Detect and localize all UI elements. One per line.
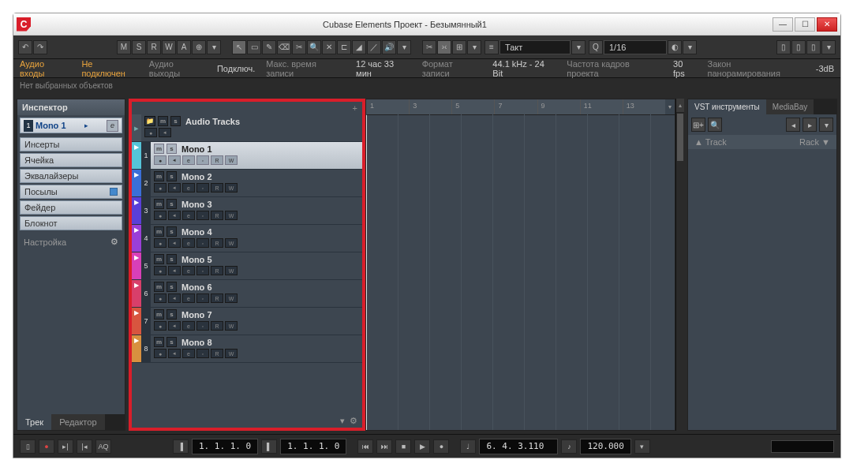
metronome-button[interactable]: ♩ — [460, 439, 476, 454]
folder-solo-button[interactable]: s — [170, 116, 181, 126]
monitor-button[interactable]: ◂ — [168, 211, 181, 220]
trans-cycle-button[interactable]: ▸| — [58, 439, 73, 454]
mute-tool[interactable]: ✕ — [322, 40, 336, 54]
record-button[interactable]: ● — [433, 439, 449, 454]
vst-next-button[interactable]: ▸ — [803, 118, 817, 132]
pan-value[interactable]: -3dB — [816, 64, 834, 73]
mute-button[interactable]: m — [154, 254, 164, 264]
minimize-button[interactable]: — — [773, 17, 793, 32]
undo-button[interactable]: ↶ — [18, 40, 32, 54]
mute-button[interactable]: m — [154, 337, 164, 347]
read-auto-button[interactable]: R — [211, 349, 223, 358]
monitor-button[interactable]: ◂ — [168, 238, 181, 248]
vertical-scrollbar[interactable]: ▴ — [675, 99, 684, 431]
read-auto-button[interactable]: R — [147, 40, 161, 54]
tab-editor[interactable]: Редактор — [51, 414, 104, 430]
inspector-section-0[interactable]: Инсерты — [20, 137, 122, 151]
split-tool[interactable]: ✂ — [292, 40, 306, 54]
record-enable-button[interactable]: ● — [154, 321, 166, 331]
freeze-button[interactable]: ◦ — [196, 183, 209, 193]
folder-collapse-icon[interactable]: 📁 — [144, 116, 155, 126]
recfmt-value[interactable]: 44.1 kHz - 24 Bit — [492, 59, 556, 78]
audio-in-value[interactable]: Не подключен — [81, 59, 137, 78]
timestretch-tool[interactable]: ◢ — [352, 40, 366, 54]
titlebar[interactable]: C Cubase Elements Проект - Безымянный1 —… — [13, 13, 840, 36]
freeze-button[interactable]: ◦ — [196, 238, 209, 248]
freeze-button[interactable]: ◦ — [196, 349, 209, 358]
write-auto-button[interactable]: W — [225, 183, 238, 193]
tempo-display[interactable]: 120.000 — [580, 439, 630, 454]
layout-1-button[interactable]: ▯ — [776, 40, 791, 54]
read-auto-button[interactable]: R — [211, 321, 223, 331]
read-auto-button[interactable]: R — [211, 293, 223, 303]
freeze-button[interactable]: ◦ — [196, 321, 209, 331]
inspector-settings[interactable]: Настройка ⚙ — [17, 232, 125, 252]
inspector-section-1[interactable]: Ячейка — [20, 153, 122, 167]
grid-value-dropdown[interactable]: ▾ — [571, 40, 586, 54]
arrange-area[interactable]: 135791113 ▾ — [365, 99, 675, 431]
grid-dropdown[interactable]: ▾ — [467, 40, 481, 54]
track-row[interactable]: ▶3msMono 3●◂e◦RW — [132, 197, 362, 225]
mute-button[interactable]: m — [154, 144, 164, 154]
layout-3-button[interactable]: ▯ — [806, 40, 821, 54]
track-row[interactable]: ▶8msMono 8●◂e◦RW — [132, 335, 362, 363]
edit-channel-button[interactable]: e — [182, 349, 195, 358]
fast-forward-button[interactable]: ⏭ — [376, 439, 392, 454]
solo-button[interactable]: s — [166, 144, 177, 154]
snap-scissors-button[interactable]: ✂ — [422, 40, 436, 54]
edit-channel-button[interactable]: e — [182, 211, 195, 220]
edit-channel-button[interactable]: e — [182, 293, 195, 303]
cursor-position-display[interactable]: 6. 4. 3.110 — [479, 439, 558, 454]
close-button[interactable]: ✕ — [817, 17, 837, 32]
freeze-button[interactable]: ◦ — [196, 293, 209, 303]
vst-add-button[interactable]: ⊞+ — [691, 118, 705, 132]
monitor-button[interactable]: ◂ — [168, 349, 181, 358]
trans-aq-button[interactable]: AQ — [95, 439, 111, 454]
freeze-button[interactable]: ◦ — [196, 211, 209, 220]
quantize-dropdown[interactable]: ▾ — [683, 40, 697, 54]
read-auto-button[interactable]: R — [211, 155, 223, 165]
stop-button[interactable]: ■ — [395, 439, 411, 454]
play-cursor[interactable] — [366, 115, 367, 430]
inspector-section-5[interactable]: Блокнот — [20, 216, 122, 230]
write-auto-button[interactable]: W — [225, 211, 238, 220]
read-auto-button[interactable]: R — [211, 211, 223, 220]
inspector-track-header[interactable]: 1 Mono 1 ▸ e — [20, 118, 122, 133]
record-enable-button[interactable]: ● — [154, 266, 166, 275]
read-auto-button[interactable]: R — [211, 266, 223, 275]
record-enable-button[interactable]: ● — [154, 183, 166, 193]
right-locator-icon[interactable]: ▌ — [261, 439, 277, 454]
solo-button[interactable]: s — [166, 254, 177, 264]
scroll-up-button[interactable]: ▴ — [676, 99, 684, 113]
play-button[interactable]: ▶ — [414, 439, 430, 454]
dropdown-button[interactable]: ▾ — [207, 40, 221, 54]
edit-channel-button[interactable]: e — [182, 238, 195, 248]
inspector-section-2[interactable]: Эквалайзеры — [20, 169, 122, 183]
layout-2-button[interactable]: ▯ — [791, 40, 806, 54]
write-auto-button[interactable]: W — [225, 321, 238, 331]
right-locator-display[interactable]: 1. 1. 1. 0 — [280, 439, 346, 454]
mute-button[interactable]: m — [154, 282, 164, 292]
folder-ctrl-2[interactable]: ◂ — [159, 128, 171, 137]
vst-header-rack[interactable]: Rack ▼ — [799, 137, 830, 147]
monitor-button[interactable]: ◂ — [168, 293, 181, 303]
tracklist-expand-icon[interactable]: ▾ — [340, 416, 345, 425]
tab-mediabay[interactable]: MediaBay — [766, 99, 814, 114]
solo-button[interactable]: s — [166, 226, 177, 237]
write-auto-button[interactable]: W — [225, 155, 238, 165]
audio-out-value[interactable]: Подключ. — [217, 64, 255, 73]
play-tool[interactable]: 🔊 — [382, 40, 396, 54]
track-row[interactable]: ▶2msMono 2●◂e◦RW — [132, 170, 362, 197]
edit-channel-button[interactable]: e — [182, 266, 195, 275]
auto-button[interactable]: A — [177, 40, 191, 54]
edit-channel-button[interactable]: e — [182, 183, 195, 193]
grid-type-button[interactable]: ⊞ — [452, 40, 466, 54]
track-row[interactable]: ▶7msMono 7●◂e◦RW — [132, 308, 362, 335]
folder-mute-button[interactable]: m — [158, 116, 168, 126]
vst-prev-button[interactable]: ◂ — [786, 118, 800, 132]
monitor-button[interactable]: ◂ — [168, 266, 181, 275]
trans-punch-button[interactable]: |◂ — [77, 439, 92, 454]
left-locator-icon[interactable]: ▐ — [173, 439, 189, 454]
write-auto-button[interactable]: W — [162, 40, 176, 54]
record-enable-button[interactable]: ● — [154, 155, 166, 165]
